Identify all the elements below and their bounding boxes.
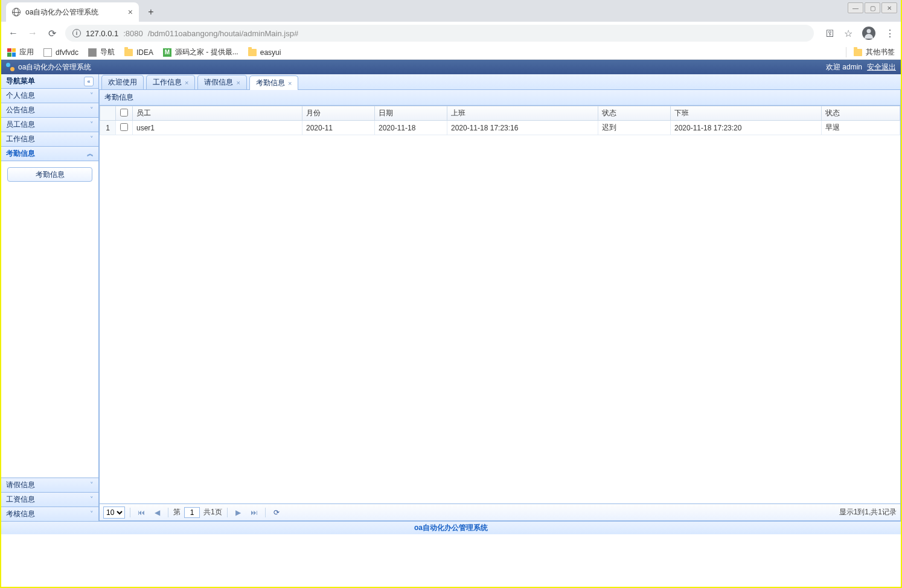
- attendance-info-button[interactable]: 考勤信息: [7, 167, 92, 182]
- bookmark-item[interactable]: dfvfvdc: [43, 48, 78, 57]
- col-date[interactable]: 日期: [375, 106, 447, 121]
- sidebar-item-attendance[interactable]: 考勤信息︽: [1, 147, 98, 161]
- sidebar-item-notice[interactable]: 公告信息˅: [1, 103, 98, 118]
- page-input[interactable]: [184, 507, 200, 518]
- tab-strip: oa自动化办公管理系统 × + — ▢ ✕: [1, 0, 901, 22]
- apps-button[interactable]: 应用: [7, 47, 34, 57]
- cell-onwork: 2020-11-18 17:23:16: [447, 121, 598, 135]
- app-title: oa自动化办公管理系统: [18, 62, 91, 72]
- sidebar: 导航菜单 « 个人信息˅ 公告信息˅ 员工信息˅ 工作信息˅ 考勤信息︽ 考勤信…: [1, 74, 99, 521]
- table-row[interactable]: 1 user1 2020-11 2020-11-18 2020-11-18 17…: [100, 121, 900, 135]
- sidebar-item-leave[interactable]: 请假信息˅: [1, 478, 98, 492]
- site-info-icon[interactable]: i: [72, 29, 81, 37]
- close-icon[interactable]: ×: [236, 79, 240, 86]
- sidebar-item-personal[interactable]: 个人信息˅: [1, 89, 98, 103]
- col-offwork[interactable]: 下班: [671, 106, 822, 121]
- url-port: :8080: [123, 29, 143, 38]
- reload-button[interactable]: ⟳: [46, 27, 58, 39]
- close-icon[interactable]: ×: [288, 80, 292, 87]
- folder-icon: [854, 49, 862, 56]
- app-logo-icon: [6, 63, 14, 71]
- row-checkbox[interactable]: [120, 123, 128, 131]
- checkbox-header: [116, 106, 133, 121]
- close-icon[interactable]: ×: [128, 7, 133, 17]
- content: 欢迎使用 工作信息× 请假信息× 考勤信息× 考勤信息 员工 月份 日期 上班: [99, 74, 901, 521]
- sidebar-title: 导航菜单 «: [1, 74, 98, 89]
- bookmark-bar: 应用 dfvfvdc 导航 IDEA M源码之家 - 提供最... easyui…: [1, 45, 901, 60]
- tab-attendance[interactable]: 考勤信息×: [249, 75, 298, 90]
- site-icon: M: [163, 48, 171, 57]
- pager-info: 显示1到1,共1记录: [839, 507, 897, 517]
- collapse-icon[interactable]: «: [84, 77, 94, 86]
- next-page-button[interactable]: ▶: [232, 507, 245, 519]
- sidebar-item-work[interactable]: 工作信息˅: [1, 132, 98, 147]
- browser-chrome: oa自动化办公管理系统 × + — ▢ ✕ ← → ⟳ i 127.0.0.1:…: [1, 0, 901, 60]
- url-host: 127.0.0.1: [86, 29, 118, 38]
- rownum-header: [100, 106, 116, 121]
- panel-title: 考勤信息: [100, 90, 900, 106]
- browser-tab[interactable]: oa自动化办公管理系统 ×: [6, 2, 139, 22]
- folder-icon: [124, 49, 133, 56]
- footer: oa自动化办公管理系统: [1, 521, 901, 534]
- bookmark-item[interactable]: 导航: [88, 47, 115, 57]
- refresh-button[interactable]: ⟳: [270, 507, 283, 519]
- pager: 10 ⏮ ◀ 第 共1页 ▶ ⏭ ⟳ 显示1到1,共1记录: [100, 503, 900, 520]
- col-month[interactable]: 月份: [302, 106, 375, 121]
- other-bookmarks[interactable]: 其他书签: [846, 47, 895, 57]
- col-status2[interactable]: 状态: [822, 106, 900, 121]
- sidebar-item-employee[interactable]: 员工信息˅: [1, 118, 98, 132]
- last-page-button[interactable]: ⏭: [248, 507, 260, 519]
- page-icon: [88, 48, 97, 57]
- sidebar-body: 考勤信息: [1, 161, 98, 478]
- chevron-down-icon: ˅: [90, 92, 94, 100]
- page-size-select[interactable]: 10: [103, 507, 125, 519]
- back-button[interactable]: ←: [7, 27, 19, 39]
- logout-link[interactable]: 安全退出: [867, 62, 896, 72]
- cell-offwork: 2020-11-18 17:23:20: [671, 121, 822, 135]
- data-panel: 考勤信息 员工 月份 日期 上班 状态 下班 状态: [99, 90, 901, 521]
- close-icon[interactable]: ×: [185, 79, 188, 86]
- minimize-button[interactable]: —: [848, 2, 863, 13]
- prev-page-button[interactable]: ◀: [151, 507, 163, 519]
- grid-wrap: 员工 月份 日期 上班 状态 下班 状态 1 us: [100, 106, 900, 503]
- cell-date: 2020-11-18: [375, 121, 447, 135]
- sidebar-item-salary[interactable]: 工资信息˅: [1, 492, 98, 507]
- bookmark-item[interactable]: IDEA: [124, 48, 153, 57]
- page-icon: [43, 48, 52, 57]
- window-controls: — ▢ ✕: [848, 2, 897, 13]
- welcome-text: 欢迎 admin: [826, 62, 862, 72]
- forward-button[interactable]: →: [27, 27, 39, 39]
- first-page-button[interactable]: ⏮: [135, 507, 147, 519]
- col-onwork[interactable]: 上班: [447, 106, 598, 121]
- tab-welcome[interactable]: 欢迎使用: [101, 75, 144, 89]
- tab-title: oa自动化办公管理系统: [25, 7, 98, 18]
- sidebar-item-assess[interactable]: 考核信息˅: [1, 507, 98, 521]
- apps-icon: [7, 48, 16, 57]
- row-number: 1: [100, 121, 116, 135]
- cell-month: 2020-11: [302, 121, 375, 135]
- cell-employee: user1: [133, 121, 302, 135]
- maximize-button[interactable]: ▢: [865, 2, 880, 13]
- new-tab-button[interactable]: +: [142, 4, 159, 21]
- cell-status1: 迟到: [598, 121, 671, 135]
- bookmark-item[interactable]: M源码之家 - 提供最...: [163, 47, 238, 57]
- tab-leave[interactable]: 请假信息×: [197, 75, 246, 89]
- data-grid: 员工 月份 日期 上班 状态 下班 状态 1 us: [100, 106, 900, 135]
- cell-status2: 早退: [822, 121, 900, 135]
- address-bar: ← → ⟳ i 127.0.0.1:8080/bdm011oabangong/h…: [1, 22, 901, 45]
- profile-icon[interactable]: [862, 27, 875, 40]
- url-input[interactable]: i 127.0.0.1:8080/bdm011oabangong/houtai/…: [65, 25, 814, 42]
- app-header: oa自动化办公管理系统 欢迎 admin 安全退出: [1, 60, 901, 74]
- key-icon[interactable]: ⚿: [826, 28, 834, 38]
- star-icon[interactable]: ☆: [844, 28, 852, 39]
- bookmark-item[interactable]: easyui: [248, 48, 281, 57]
- tab-work[interactable]: 工作信息×: [146, 75, 195, 89]
- globe-icon: [12, 8, 21, 16]
- close-window-button[interactable]: ✕: [881, 2, 897, 13]
- menu-icon[interactable]: ⋮: [885, 28, 895, 39]
- select-all-checkbox[interactable]: [120, 109, 128, 117]
- col-status1[interactable]: 状态: [598, 106, 671, 121]
- col-employee[interactable]: 员工: [133, 106, 302, 121]
- folder-icon: [248, 49, 257, 56]
- chevron-down-icon: ˅: [90, 106, 94, 114]
